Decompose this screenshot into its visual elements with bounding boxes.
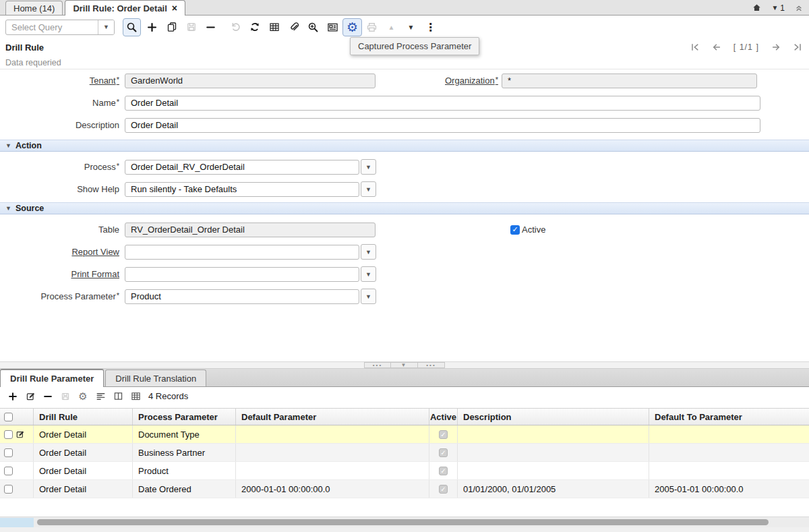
zoom-across-icon[interactable] (303, 18, 323, 36)
cell-drill-rule[interactable]: Order Detail (34, 480, 133, 498)
more-options-icon[interactable]: ⋮ (421, 18, 440, 36)
next-record-icon[interactable]: ▼ (401, 18, 421, 36)
cell-drill-rule[interactable]: Order Detail (34, 425, 133, 443)
show-help-field[interactable]: Run silently - Take Defaults (125, 182, 359, 197)
name-field[interactable]: Order Detail (125, 96, 760, 111)
report-view-combobox[interactable]: ▼ (125, 244, 376, 260)
select-all-checkbox[interactable] (4, 413, 13, 421)
cell-description[interactable]: 01/01/2000, 01/01/2005 (458, 480, 649, 498)
row-select-checkbox[interactable] (4, 448, 13, 457)
cell-default-to-parameter[interactable] (649, 462, 809, 479)
last-record-icon[interactable] (793, 42, 802, 52)
cell-default-parameter[interactable] (236, 444, 429, 461)
tab-drill-rule-parameter[interactable]: Drill Rule Parameter (0, 369, 104, 387)
captured-process-parameter-button[interactable]: ⚙ (342, 18, 362, 36)
column-active[interactable]: Active (429, 409, 458, 425)
process-row-button[interactable]: ⚙ (74, 388, 92, 405)
print-format-label[interactable]: Print Format (0, 269, 125, 279)
cell-default-parameter[interactable] (236, 462, 429, 479)
chevron-down-icon[interactable]: ▼ (361, 159, 376, 175)
active-checkbox[interactable]: ✓ (510, 225, 520, 235)
refresh-button[interactable] (245, 18, 264, 36)
report-view-label[interactable]: Report View (0, 247, 125, 257)
previous-page-icon[interactable] (712, 42, 721, 52)
column-drill-rule[interactable]: Drill Rule (34, 409, 133, 425)
cell-process-parameter[interactable]: Product (133, 462, 236, 479)
cell-process-parameter[interactable]: Business Partner (133, 444, 236, 461)
cell-default-to-parameter[interactable] (649, 425, 809, 443)
chevron-down-icon[interactable]: ▼ (361, 289, 376, 304)
table-row[interactable]: Order Detail Date Ordered 2000-01-01 00:… (0, 480, 809, 498)
process-parameter-field[interactable]: Product (125, 289, 359, 304)
panel-splitter[interactable]: ••• ▼ ••• (0, 361, 809, 369)
chevron-down-icon[interactable]: ▼ (361, 181, 376, 197)
report-view-field[interactable] (125, 245, 359, 260)
tab-drill-rule[interactable]: Drill Rule: Order Detail × (65, 0, 185, 16)
window-list-dropdown[interactable]: ▼ 1 (771, 3, 785, 13)
table-row[interactable]: Order Detail Product ✓ (0, 462, 809, 480)
section-action[interactable]: ▼ Action (0, 140, 809, 152)
grid-toggle-icon[interactable] (264, 18, 284, 36)
delete-record-button[interactable] (201, 18, 220, 36)
cell-description[interactable] (458, 425, 649, 443)
cell-default-to-parameter[interactable] (649, 444, 809, 461)
copy-record-button[interactable] (162, 18, 181, 36)
column-default-to-parameter[interactable]: Default To Parameter (649, 409, 809, 425)
row-select-checkbox[interactable] (4, 467, 13, 475)
close-tab-icon[interactable]: × (172, 3, 177, 13)
chevron-down-icon[interactable]: ▼ (361, 244, 376, 260)
horizontal-scrollbar[interactable] (0, 516, 809, 527)
tab-home[interactable]: Home (14) (5, 1, 63, 15)
cell-default-to-parameter[interactable]: 2005-01-01 00:00:00.0 (649, 480, 809, 498)
description-field[interactable]: Order Detail (125, 118, 760, 133)
print-format-field[interactable] (125, 267, 359, 282)
splitter-collapse-icon[interactable]: ▼ (391, 362, 418, 368)
splitter-handle[interactable]: ••• (364, 362, 391, 368)
grid-view-icon[interactable] (127, 388, 144, 405)
column-description[interactable]: Description (458, 409, 649, 425)
process-parameter-combobox[interactable]: Product ▼ (125, 289, 376, 304)
cell-process-parameter[interactable]: Date Ordered (133, 480, 236, 498)
splitter-handle[interactable]: ••• (418, 362, 445, 368)
cell-process-parameter[interactable]: Document Type (133, 425, 236, 443)
section-source[interactable]: ▼ Source (0, 202, 809, 214)
show-help-combobox[interactable]: Run silently - Take Defaults ▼ (125, 181, 376, 197)
new-row-button[interactable] (4, 388, 22, 405)
tenant-label[interactable]: Tenant (0, 76, 125, 86)
attachment-icon[interactable] (284, 18, 303, 36)
cell-default-parameter[interactable] (236, 425, 429, 443)
chevron-down-icon[interactable]: ▼ (361, 266, 376, 282)
collapse-header-icon[interactable] (794, 3, 804, 13)
quick-entry-icon[interactable] (92, 388, 109, 405)
active-checkbox-field[interactable]: ✓ Active (510, 225, 545, 235)
table-row[interactable]: Order Detail Business Partner ✓ (0, 444, 809, 462)
column-process-parameter[interactable]: Process Parameter (133, 409, 236, 425)
tab-drill-rule-translation[interactable]: Drill Rule Translation (105, 370, 206, 386)
row-select-checkbox[interactable] (4, 430, 13, 439)
row-select-checkbox[interactable] (4, 485, 13, 494)
edit-row-button[interactable] (22, 388, 39, 405)
cell-description[interactable] (458, 462, 649, 479)
print-format-combobox[interactable]: ▼ (125, 266, 376, 282)
report-icon[interactable] (323, 18, 342, 36)
chevron-down-icon[interactable]: ▼ (98, 20, 114, 34)
first-record-icon[interactable] (690, 42, 700, 52)
next-page-icon[interactable] (771, 42, 781, 52)
column-default-parameter[interactable]: Default Parameter (236, 409, 429, 425)
organization-label[interactable]: Organization (376, 76, 502, 86)
delete-row-button[interactable] (39, 388, 57, 405)
scrollbar-thumb[interactable] (37, 519, 769, 525)
table-row[interactable]: Order Detail Document Type ✓ (0, 425, 809, 444)
cell-drill-rule[interactable]: Order Detail (34, 462, 133, 479)
toggle-panel-icon[interactable] (109, 388, 127, 405)
edit-row-icon[interactable] (16, 430, 25, 439)
cell-default-parameter[interactable]: 2000-01-01 00:00:00.0 (236, 480, 429, 498)
cell-description[interactable] (458, 444, 649, 461)
find-record-button[interactable] (123, 18, 141, 36)
new-record-button[interactable] (142, 18, 162, 36)
process-combobox[interactable]: Order Detail_RV_OrderDetail ▼ (125, 159, 376, 175)
cell-drill-rule[interactable]: Order Detail (34, 444, 133, 461)
home-icon[interactable] (752, 3, 762, 13)
process-field[interactable]: Order Detail_RV_OrderDetail (125, 160, 359, 175)
select-query-combobox[interactable]: Select Query ▼ (5, 20, 115, 35)
